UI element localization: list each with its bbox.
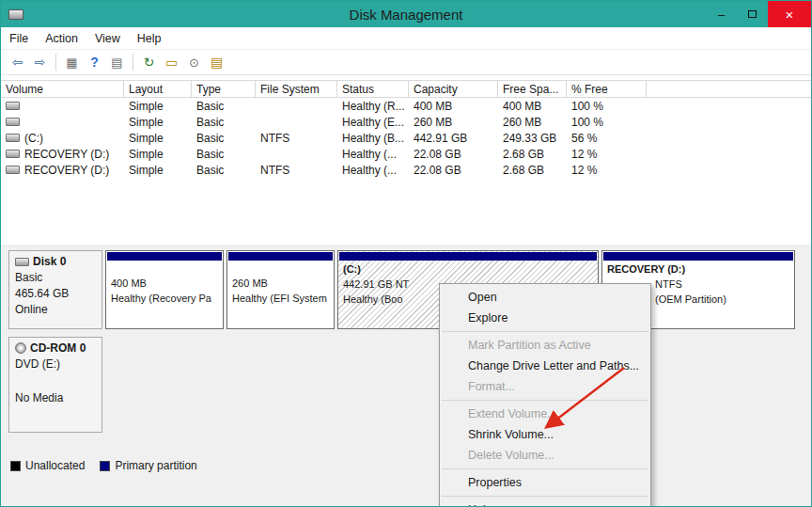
menu-help[interactable]: Help <box>129 27 170 50</box>
titlebar: Disk Management – × <box>1 1 811 27</box>
cdrom-name: CD-ROM 0 <box>30 341 86 355</box>
window-controls: – × <box>706 1 811 27</box>
cell-status: Healthy (... <box>337 148 409 161</box>
partition-recovery-400mb[interactable]: 400 MB Healthy (Recovery Pa <box>105 250 224 329</box>
cell-freespace: 400 MB <box>498 100 567 113</box>
toolbar-separator <box>133 54 133 71</box>
find-icon[interactable]: ⊙ <box>184 53 204 72</box>
disk0-panel[interactable]: Disk 0 Basic 465.64 GB Online <box>8 250 102 329</box>
show-action-pane-icon[interactable]: ▤ <box>107 53 127 72</box>
cell-type: Basic <box>192 148 256 161</box>
cdrom-kind: DVD (E:) <box>15 357 102 371</box>
cell-capacity: 260 MB <box>409 116 498 129</box>
export-list-icon[interactable]: ▤ <box>207 53 226 72</box>
cell-capacity: 22.08 GB <box>409 148 498 161</box>
column-header-freespace[interactable]: Free Spa... <box>498 81 567 97</box>
menu-item-properties[interactable]: Properties <box>440 472 650 493</box>
primary-partition-band <box>228 252 333 261</box>
toolbar: ⇦ ⇨ ▦ ? ▤ ↻ ▭ ⊙ ▤ <box>1 50 811 75</box>
partition-efi-260mb[interactable]: 260 MB Healthy (EFI System <box>226 250 335 329</box>
cell-pctfree: 100 % <box>567 100 647 113</box>
disk-icon <box>15 258 29 266</box>
cell-filesystem: NTFS <box>256 164 337 177</box>
cell-pctfree: 56 % <box>567 132 647 145</box>
menu-item-extend-volume[interactable]: Extend Volume... <box>440 404 650 424</box>
column-header-pctfree[interactable]: % Free <box>567 81 647 97</box>
cell-pctfree: 12 % <box>567 164 647 177</box>
partition-size: 400 MB <box>106 276 223 291</box>
cell-filesystem: NTFS <box>256 132 337 145</box>
disk-management-window: Disk Management – × File Action View Hel… <box>0 0 812 507</box>
column-header-type[interactable]: Type <box>192 81 256 97</box>
refresh-icon[interactable]: ↻ <box>139 53 159 72</box>
primary-partition-band <box>603 252 793 261</box>
menu-item-explore[interactable]: Explore <box>440 308 650 328</box>
volume-name: (C:) <box>24 132 43 145</box>
column-header-filesystem[interactable]: File System <box>256 81 337 97</box>
volume-row[interactable]: Simple Basic Healthy (E... 260 MB 260 MB… <box>1 114 812 130</box>
volume-list-header: Volume Layout Type File System Status Ca… <box>1 80 812 98</box>
cell-capacity: 442.91 GB <box>409 132 498 145</box>
maximize-button[interactable] <box>737 1 768 27</box>
menu-item-delete-volume[interactable]: Delete Volume... <box>440 445 650 466</box>
cell-capacity: 22.08 GB <box>409 164 498 177</box>
disk0-block: Disk 0 Basic 465.64 GB Online 400 MB Hea… <box>8 250 795 329</box>
cell-capacity: 400 MB <box>409 100 498 113</box>
cell-freespace: 2.68 GB <box>498 148 567 161</box>
menu-item-help[interactable]: Help <box>440 499 650 507</box>
close-button[interactable]: × <box>768 1 811 27</box>
column-header-capacity[interactable]: Capacity <box>409 81 498 97</box>
show-console-tree-icon[interactable]: ▦ <box>62 53 82 72</box>
menu-separator <box>442 331 648 332</box>
disk-icon <box>6 150 20 158</box>
cell-status: Healthy (R... <box>337 100 409 113</box>
menu-action[interactable]: Action <box>37 27 86 50</box>
menu-item-format[interactable]: Format... <box>440 376 650 397</box>
column-header-status[interactable]: Status <box>337 81 409 97</box>
cell-type: Basic <box>192 116 256 129</box>
cell-type: Basic <box>192 132 256 145</box>
help-icon[interactable]: ? <box>85 53 104 72</box>
cdrom-panel[interactable]: CD-ROM 0 DVD (E:) No Media <box>8 337 102 433</box>
legend-primary-label: Primary partition <box>115 459 196 472</box>
menu-item-shrink-volume[interactable]: Shrink Volume... <box>440 424 650 445</box>
disk-icon <box>6 118 20 126</box>
cell-layout: Simple <box>124 132 192 145</box>
cell-pctfree: 100 % <box>567 116 647 129</box>
partition-status: Healthy (EFI System <box>227 291 334 306</box>
cell-freespace: 260 MB <box>498 116 567 129</box>
back-icon[interactable]: ⇦ <box>8 53 27 72</box>
cdrom-status: No Media <box>15 391 102 404</box>
menu-item-open[interactable]: Open <box>440 287 650 308</box>
cell-layout: Simple <box>124 164 192 177</box>
partition-label: RECOVERY (D:) <box>602 261 794 277</box>
menu-view[interactable]: View <box>86 27 129 50</box>
disk0-kind: Basic <box>15 271 102 284</box>
column-header-volume[interactable]: Volume <box>1 81 124 97</box>
maximize-icon <box>748 10 757 18</box>
disk0-name: Disk 0 <box>33 255 66 268</box>
graphical-view: Disk 0 Basic 465.64 GB Online 400 MB Hea… <box>1 245 812 507</box>
disk0-status: Online <box>15 303 102 316</box>
cdrom-block: CD-ROM 0 DVD (E:) No Media <box>8 337 105 433</box>
volume-row[interactable]: (C:) Simple Basic NTFS Healthy (B... 442… <box>1 130 812 146</box>
forward-icon[interactable]: ⇨ <box>30 53 50 72</box>
cd-icon <box>15 342 26 354</box>
menu-file[interactable]: File <box>1 27 37 50</box>
menubar: File Action View Help <box>1 27 811 50</box>
volume-name: RECOVERY (D:) <box>24 164 109 177</box>
minimize-button[interactable]: – <box>706 1 737 27</box>
disk-icon <box>6 134 20 142</box>
volume-row[interactable]: Simple Basic Healthy (R... 400 MB 400 MB… <box>1 98 812 114</box>
cell-layout: Simple <box>124 116 192 129</box>
open-folder-icon[interactable]: ▭ <box>162 53 181 72</box>
menu-item-mark-partition-active[interactable]: Mark Partition as Active <box>440 335 650 356</box>
menu-item-change-drive-letter[interactable]: Change Drive Letter and Paths... <box>440 356 650 376</box>
volume-row[interactable]: RECOVERY (D:) Simple Basic Healthy (... … <box>1 146 812 162</box>
disk0-size: 465.64 GB <box>15 287 102 300</box>
volume-row[interactable]: RECOVERY (D:) Simple Basic NTFS Healthy … <box>1 162 812 178</box>
column-header-layout[interactable]: Layout <box>124 81 192 97</box>
toolbar-separator <box>55 54 56 71</box>
primary-partition-swatch <box>100 461 110 471</box>
legend: Unallocated Primary partition <box>10 459 197 472</box>
